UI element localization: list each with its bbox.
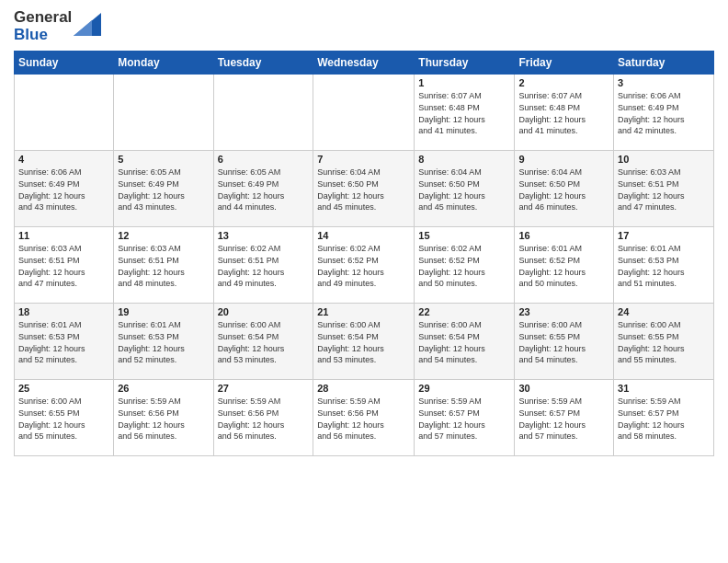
weekday-header-saturday: Saturday — [614, 52, 714, 75]
day-number: 24 — [618, 306, 710, 317]
day-info: Sunrise: 6:04 AM Sunset: 6:50 PM Dayligh… — [518, 167, 609, 213]
day-info: Sunrise: 6:07 AM Sunset: 6:48 PM Dayligh… — [418, 90, 510, 136]
calendar-cell: 6Sunrise: 6:05 AM Sunset: 6:49 PM Daylig… — [213, 151, 313, 227]
weekday-header-tuesday: Tuesday — [213, 52, 313, 75]
week-row-5: 25Sunrise: 6:00 AM Sunset: 6:55 PM Dayli… — [15, 380, 714, 456]
day-number: 20 — [218, 306, 310, 317]
day-number: 28 — [317, 383, 410, 394]
weekday-header-thursday: Thursday — [415, 52, 515, 75]
calendar-cell: 5Sunrise: 6:05 AM Sunset: 6:49 PM Daylig… — [114, 151, 213, 227]
day-number: 23 — [518, 306, 609, 317]
calendar-cell: 7Sunrise: 6:04 AM Sunset: 6:50 PM Daylig… — [313, 151, 415, 227]
day-number: 15 — [418, 230, 510, 241]
week-row-4: 18Sunrise: 6:01 AM Sunset: 6:53 PM Dayli… — [15, 304, 714, 380]
calendar-cell: 19Sunrise: 6:01 AM Sunset: 6:53 PM Dayli… — [114, 304, 213, 380]
calendar-cell: 24Sunrise: 6:00 AM Sunset: 6:55 PM Dayli… — [614, 304, 714, 380]
day-info: Sunrise: 5:59 AM Sunset: 6:56 PM Dayligh… — [317, 396, 410, 442]
day-number: 10 — [618, 154, 710, 165]
calendar-page: General Blue SundayMondayTuesdayWednesda… — [0, 0, 728, 563]
day-info: Sunrise: 6:05 AM Sunset: 6:49 PM Dayligh… — [218, 167, 310, 213]
calendar-cell: 27Sunrise: 5:59 AM Sunset: 6:56 PM Dayli… — [213, 380, 313, 456]
calendar-cell: 16Sunrise: 6:01 AM Sunset: 6:52 PM Dayli… — [515, 227, 614, 304]
calendar-cell: 10Sunrise: 6:03 AM Sunset: 6:51 PM Dayli… — [614, 151, 714, 227]
calendar-cell — [213, 75, 313, 151]
day-info: Sunrise: 6:02 AM Sunset: 6:52 PM Dayligh… — [317, 243, 410, 289]
calendar-cell: 2Sunrise: 6:07 AM Sunset: 6:48 PM Daylig… — [515, 75, 614, 151]
day-number: 13 — [218, 230, 310, 241]
day-info: Sunrise: 6:03 AM Sunset: 6:51 PM Dayligh… — [618, 167, 710, 213]
day-number: 21 — [317, 306, 410, 317]
calendar-cell: 26Sunrise: 5:59 AM Sunset: 6:56 PM Dayli… — [114, 380, 213, 456]
logo-general: General — [14, 9, 72, 27]
day-number: 19 — [118, 306, 209, 317]
day-info: Sunrise: 6:01 AM Sunset: 6:53 PM Dayligh… — [118, 319, 209, 365]
day-number: 14 — [317, 230, 410, 241]
day-info: Sunrise: 5:59 AM Sunset: 6:57 PM Dayligh… — [418, 396, 510, 442]
calendar-cell: 15Sunrise: 6:02 AM Sunset: 6:52 PM Dayli… — [415, 227, 515, 304]
calendar-cell: 3Sunrise: 6:06 AM Sunset: 6:49 PM Daylig… — [614, 75, 714, 151]
day-number: 7 — [317, 154, 410, 165]
day-number: 4 — [18, 154, 109, 165]
day-number: 5 — [118, 154, 209, 165]
day-info: Sunrise: 6:06 AM Sunset: 6:49 PM Dayligh… — [618, 90, 710, 136]
day-info: Sunrise: 6:00 AM Sunset: 6:54 PM Dayligh… — [418, 319, 510, 365]
logo: General Blue — [14, 9, 101, 43]
day-info: Sunrise: 6:03 AM Sunset: 6:51 PM Dayligh… — [18, 243, 109, 289]
weekday-header-wednesday: Wednesday — [313, 52, 415, 75]
calendar-cell: 11Sunrise: 6:03 AM Sunset: 6:51 PM Dayli… — [15, 227, 114, 304]
weekday-header-monday: Monday — [114, 52, 213, 75]
day-number: 22 — [418, 306, 510, 317]
day-number: 31 — [618, 383, 710, 394]
calendar-cell — [15, 75, 114, 151]
day-info: Sunrise: 6:02 AM Sunset: 6:51 PM Dayligh… — [218, 243, 310, 289]
day-info: Sunrise: 6:04 AM Sunset: 6:50 PM Dayligh… — [418, 167, 510, 213]
day-info: Sunrise: 6:00 AM Sunset: 6:54 PM Dayligh… — [218, 319, 310, 365]
calendar-cell: 31Sunrise: 5:59 AM Sunset: 6:57 PM Dayli… — [614, 380, 714, 456]
day-info: Sunrise: 6:05 AM Sunset: 6:49 PM Dayligh… — [118, 167, 209, 213]
calendar-table: SundayMondayTuesdayWednesdayThursdayFrid… — [14, 51, 714, 456]
day-info: Sunrise: 6:01 AM Sunset: 6:53 PM Dayligh… — [618, 243, 710, 289]
calendar-cell: 13Sunrise: 6:02 AM Sunset: 6:51 PM Dayli… — [213, 227, 313, 304]
calendar-cell: 18Sunrise: 6:01 AM Sunset: 6:53 PM Dayli… — [15, 304, 114, 380]
day-info: Sunrise: 6:06 AM Sunset: 6:49 PM Dayligh… — [18, 167, 109, 213]
calendar-cell: 12Sunrise: 6:03 AM Sunset: 6:51 PM Dayli… — [114, 227, 213, 304]
day-info: Sunrise: 6:04 AM Sunset: 6:50 PM Dayligh… — [317, 167, 410, 213]
week-row-2: 4Sunrise: 6:06 AM Sunset: 6:49 PM Daylig… — [15, 151, 714, 227]
day-number: 16 — [518, 230, 609, 241]
header: General Blue — [14, 9, 714, 43]
day-number: 1 — [418, 77, 510, 88]
calendar-cell: 22Sunrise: 6:00 AM Sunset: 6:54 PM Dayli… — [415, 304, 515, 380]
day-number: 8 — [418, 154, 510, 165]
calendar-cell: 28Sunrise: 5:59 AM Sunset: 6:56 PM Dayli… — [313, 380, 415, 456]
calendar-cell: 21Sunrise: 6:00 AM Sunset: 6:54 PM Dayli… — [313, 304, 415, 380]
calendar-cell: 4Sunrise: 6:06 AM Sunset: 6:49 PM Daylig… — [15, 151, 114, 227]
day-number: 30 — [518, 383, 609, 394]
day-info: Sunrise: 6:00 AM Sunset: 6:55 PM Dayligh… — [18, 396, 109, 442]
weekday-header-friday: Friday — [515, 52, 614, 75]
day-number: 11 — [18, 230, 109, 241]
calendar-cell: 1Sunrise: 6:07 AM Sunset: 6:48 PM Daylig… — [415, 75, 515, 151]
logo-blue: Blue — [14, 27, 72, 44]
day-number: 29 — [418, 383, 510, 394]
day-number: 27 — [218, 383, 310, 394]
day-info: Sunrise: 5:59 AM Sunset: 6:56 PM Dayligh… — [118, 396, 209, 442]
day-info: Sunrise: 6:00 AM Sunset: 6:55 PM Dayligh… — [618, 319, 710, 365]
day-info: Sunrise: 6:01 AM Sunset: 6:52 PM Dayligh… — [518, 243, 609, 289]
calendar-cell: 29Sunrise: 5:59 AM Sunset: 6:57 PM Dayli… — [415, 380, 515, 456]
day-info: Sunrise: 5:59 AM Sunset: 6:56 PM Dayligh… — [218, 396, 310, 442]
day-number: 17 — [618, 230, 710, 241]
day-number: 2 — [518, 77, 609, 88]
calendar-cell: 9Sunrise: 6:04 AM Sunset: 6:50 PM Daylig… — [515, 151, 614, 227]
calendar-cell: 23Sunrise: 6:00 AM Sunset: 6:55 PM Dayli… — [515, 304, 614, 380]
calendar-cell — [114, 75, 213, 151]
week-row-3: 11Sunrise: 6:03 AM Sunset: 6:51 PM Dayli… — [15, 227, 714, 304]
calendar-cell — [313, 75, 415, 151]
day-number: 6 — [218, 154, 310, 165]
day-number: 3 — [618, 77, 710, 88]
calendar-cell: 20Sunrise: 6:00 AM Sunset: 6:54 PM Dayli… — [213, 304, 313, 380]
day-info: Sunrise: 6:02 AM Sunset: 6:52 PM Dayligh… — [418, 243, 510, 289]
day-number: 12 — [118, 230, 209, 241]
day-info: Sunrise: 6:07 AM Sunset: 6:48 PM Dayligh… — [518, 90, 609, 136]
svg-marker-1 — [74, 20, 92, 36]
calendar-cell: 14Sunrise: 6:02 AM Sunset: 6:52 PM Dayli… — [313, 227, 415, 304]
